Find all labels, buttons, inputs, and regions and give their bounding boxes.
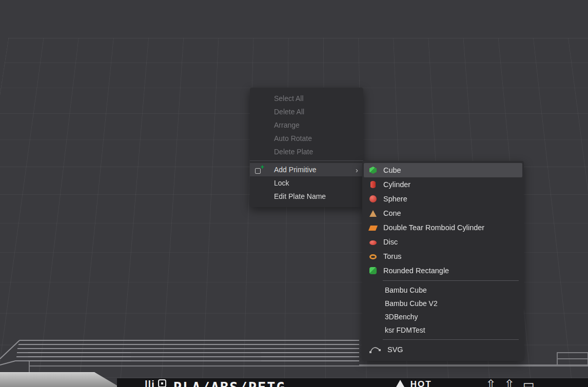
menu-item-lock[interactable]: Lock <box>250 176 363 190</box>
context-menu: Select All Delete All Arrange Auto Rotat… <box>250 88 363 207</box>
submenu-item-cylinder[interactable]: Cylinder <box>362 177 524 192</box>
3d-viewport[interactable]: ||i PLA/ABS/PETG HOT ⇧ ⇧ ▭ Select All De… <box>0 0 588 387</box>
submenu-item-label: Torus <box>383 252 517 260</box>
plate-glyphs: ⇧ ⇧ ▭ <box>486 378 535 387</box>
hot-label: HOT <box>410 379 432 387</box>
submenu-item-label: Rounded Rectangle <box>383 267 517 275</box>
menu-item-select-all[interactable]: Select All <box>250 92 363 105</box>
arrow-up-icon: ⇧ <box>486 378 496 387</box>
submenu-separator <box>383 280 519 281</box>
submenu-item-svg[interactable]: SVG <box>362 342 524 357</box>
submenu-item-cone[interactable]: Cone <box>362 206 524 220</box>
submenu-item-label: SVG <box>387 345 517 354</box>
plate-marker-icon <box>158 379 166 387</box>
menu-separator <box>250 160 363 161</box>
submenu-item-label: Disc <box>383 238 517 246</box>
submenu-separator <box>383 339 519 340</box>
plate-material-label: PLA/ABS/PETG <box>173 379 286 387</box>
menu-item-auto-rotate[interactable]: Auto Rotate <box>250 132 363 145</box>
menu-item-delete-all[interactable]: Delete All <box>250 105 363 118</box>
add-primitive-submenu: Cube Cylinder Sphere Cone Double Tear Ro… <box>362 161 524 361</box>
menu-item-add-primitive[interactable]: + Add Primitive › <box>250 163 363 176</box>
handle-icon: ▭ <box>523 378 535 387</box>
cylinder-icon <box>370 181 376 188</box>
bambu-logo-icon: ||i <box>145 379 155 387</box>
bezier-curve-icon <box>369 345 381 354</box>
submenu-item-bambu-cube[interactable]: Bambu Cube <box>362 283 524 297</box>
chevron-right-icon: › <box>356 166 358 174</box>
plate-front-bar: ||i PLA/ABS/PETG HOT ⇧ ⇧ ▭ <box>117 378 588 387</box>
submenu-item-sphere[interactable]: Sphere <box>362 192 524 206</box>
romboid-cylinder-icon <box>368 226 378 231</box>
add-primitive-icon: + <box>255 166 264 174</box>
submenu-item-label: Cube <box>383 166 517 174</box>
submenu-item-cube[interactable]: Cube <box>364 163 522 177</box>
submenu-item-bambu-cube-v2[interactable]: Bambu Cube V2 <box>362 297 524 310</box>
submenu-item-label: Sphere <box>383 195 517 203</box>
cube-icon <box>369 167 377 174</box>
submenu-item-ksr-fdmtest[interactable]: ksr FDMTest <box>362 323 524 337</box>
submenu-item-disc[interactable]: Disc <box>362 235 524 249</box>
submenu-item-label: Cylinder <box>383 180 517 189</box>
menu-item-delete-plate[interactable]: Delete Plate <box>250 145 363 158</box>
menu-item-label: Add Primitive <box>274 166 316 174</box>
submenu-item-double-tear-romboid-cylinder[interactable]: Double Tear Romboid Cylinder <box>362 220 524 235</box>
menu-item-arrange[interactable]: Arrange <box>250 118 363 132</box>
cone-icon <box>369 210 377 217</box>
torus-icon <box>369 254 377 259</box>
rounded-rectangle-icon <box>369 267 377 274</box>
menu-item-edit-plate-name[interactable]: Edit Plate Name <box>250 190 363 203</box>
warning-icon <box>396 380 404 387</box>
sphere-icon <box>369 195 377 202</box>
submenu-item-rounded-rectangle[interactable]: Rounded Rectangle <box>362 263 524 278</box>
submenu-item-torus[interactable]: Torus <box>362 249 524 263</box>
submenu-item-3dbenchy[interactable]: 3DBenchy <box>362 310 524 323</box>
arrow-up-icon: ⇧ <box>504 378 515 387</box>
submenu-item-label: Cone <box>383 209 517 217</box>
disc-icon <box>369 240 377 245</box>
submenu-item-label: Double Tear Romboid Cylinder <box>383 223 517 232</box>
